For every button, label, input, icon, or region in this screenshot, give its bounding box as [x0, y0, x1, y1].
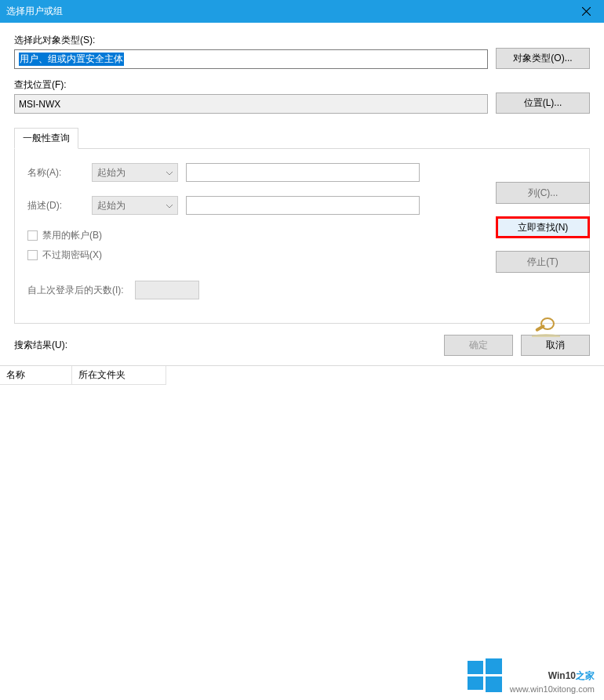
- chevron-down-icon: [166, 200, 173, 211]
- svg-rect-3: [486, 658, 502, 674]
- desc-input[interactable]: [186, 196, 420, 215]
- close-button[interactable]: [569, 0, 604, 23]
- ok-button[interactable]: 确定: [444, 335, 513, 356]
- svg-rect-4: [468, 676, 483, 690]
- results-list: 名称 所在文件夹: [0, 365, 604, 620]
- windows-logo-icon: [466, 656, 504, 694]
- days-since-login-label: 自上次登录后的天数(I):: [27, 284, 124, 297]
- location-label: 查找位置(F):: [14, 78, 488, 92]
- object-type-value: 用户、组或内置安全主体: [19, 53, 124, 66]
- svg-rect-5: [486, 676, 502, 692]
- column-name[interactable]: 名称: [0, 366, 72, 385]
- name-input[interactable]: [186, 163, 420, 182]
- tab-common-queries[interactable]: 一般性查询: [14, 128, 78, 149]
- never-expire-checkbox[interactable]: [27, 250, 38, 260]
- watermark-url: www.win10xitong.com: [510, 684, 595, 694]
- locations-button[interactable]: 位置(L)...: [496, 92, 590, 114]
- columns-button[interactable]: 列(C)...: [496, 182, 590, 204]
- magnifier-icon: [532, 315, 560, 339]
- find-now-button[interactable]: 立即查找(N): [496, 216, 590, 238]
- column-folder[interactable]: 所在文件夹: [72, 366, 166, 385]
- object-type-label: 选择此对象类型(S):: [14, 34, 488, 47]
- watermark: Win10之家 www.win10xitong.com: [466, 656, 595, 694]
- disabled-accounts-checkbox[interactable]: [27, 230, 38, 241]
- titlebar: 选择用户或组: [0, 0, 604, 23]
- desc-label: 描述(D):: [27, 199, 84, 212]
- object-type-box: 用户、组或内置安全主体: [14, 49, 488, 69]
- close-icon: [582, 7, 591, 16]
- watermark-brand: Win10之家: [510, 660, 595, 684]
- desc-mode-combo[interactable]: 起始为: [92, 196, 178, 215]
- search-results-label: 搜索结果(U):: [14, 339, 436, 352]
- results-body[interactable]: [0, 385, 604, 620]
- window-title: 选择用户或组: [6, 5, 569, 18]
- never-expire-label: 不过期密码(X): [42, 248, 102, 262]
- location-box: MSI-NWX: [14, 94, 488, 114]
- days-since-login-combo[interactable]: [135, 281, 199, 299]
- stop-button[interactable]: 停止(T): [496, 251, 590, 273]
- location-value: MSI-NWX: [19, 99, 60, 110]
- name-mode-combo[interactable]: 起始为: [92, 163, 178, 182]
- chevron-down-icon: [166, 167, 173, 178]
- svg-rect-2: [468, 661, 483, 674]
- disabled-accounts-label: 禁用的帐户(B): [42, 229, 102, 242]
- object-types-button[interactable]: 对象类型(O)...: [496, 48, 590, 69]
- name-label: 名称(A):: [27, 166, 84, 180]
